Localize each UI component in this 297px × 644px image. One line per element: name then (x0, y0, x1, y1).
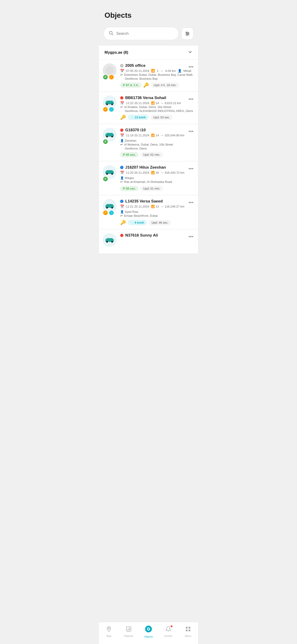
events-icon (165, 626, 171, 634)
signal-icon: 📶 (151, 69, 155, 72)
avatar: 🔑 → (103, 199, 118, 216)
object-name: 2005 office (125, 63, 146, 68)
svg-rect-27 (106, 238, 113, 240)
chevron-down-icon (188, 50, 192, 55)
list-item[interactable]: P G18370 i10 📅 11:19 20.11.2024 📶 14 ↔ 3… (99, 124, 198, 161)
svg-point-5 (186, 32, 187, 33)
search-icon (108, 30, 114, 36)
svg-rect-38 (186, 627, 188, 628)
svg-rect-19 (106, 170, 113, 172)
badge-parking: P (103, 139, 108, 144)
svg-point-13 (112, 104, 113, 105)
nav-item-map[interactable]: Map (99, 625, 119, 639)
route-icon: ⇌ (120, 214, 123, 218)
object-name: G18370 i10 (125, 128, 146, 132)
svg-point-7 (186, 34, 188, 35)
svg-point-29 (112, 241, 113, 243)
status-dot-gray (120, 64, 124, 67)
status-dot-red (120, 96, 124, 100)
upd-badge: Upd: 03 sec. (150, 115, 173, 120)
more-button[interactable]: ••• (188, 165, 194, 172)
nav-item-events[interactable]: Events (158, 625, 178, 639)
nav-item-objects[interactable]: Objects (138, 624, 158, 640)
svg-rect-40 (186, 630, 188, 631)
geofence-text: Geofence: Business Bay (120, 77, 194, 80)
parking-icon: P (123, 84, 125, 87)
object-name: J16207 Hilux Zeeshan (125, 165, 166, 170)
bottom-nav: Map Reports Objects (99, 622, 198, 644)
svg-point-17 (112, 136, 113, 138)
list-item[interactable]: P J16207 Hilux Zeeshan 📅 11:20 20.11.202… (99, 162, 198, 195)
key-icon: 🔑 (120, 220, 126, 225)
search-section (99, 23, 198, 44)
page-header: Objects (99, 0, 198, 23)
filter-button[interactable] (182, 28, 194, 40)
svg-point-21 (112, 173, 113, 175)
objects-icon (145, 625, 152, 634)
svg-point-16 (106, 136, 108, 138)
more-button[interactable]: ••• (188, 233, 194, 240)
map-icon (106, 626, 112, 634)
svg-point-25 (112, 207, 113, 209)
calendar-icon: 📅 (120, 101, 124, 105)
avatar: 🔑 → (103, 96, 118, 112)
route-icon: ⇌ (120, 105, 123, 109)
svg-rect-15 (106, 133, 113, 135)
object-name: N37616 Sunny Ali (125, 233, 158, 238)
upd-badge: Upd: 4 h. 16 min. (151, 82, 179, 88)
calendar-icon: 📅 (120, 69, 124, 72)
more-button[interactable]: ••• (188, 199, 194, 206)
more-button[interactable]: ••• (188, 96, 194, 103)
speed-badge: → 13 km/h (128, 114, 148, 120)
route-icon: ⇌ (120, 73, 123, 76)
badge-parking: P (103, 176, 108, 182)
nav-item-menu[interactable]: Menu (178, 625, 198, 639)
svg-rect-23 (106, 204, 113, 206)
list-item[interactable]: N37616 Sunny Ali ••• (99, 230, 198, 254)
list-item[interactable]: 🔑 → BB61736 Versa Sohail 📅 11:22 20.11.2… (99, 92, 198, 124)
list-item[interactable]: 🔑 → L14235 Versa Saeed 📅 11:21 20.11.202… (99, 195, 198, 229)
speed-badge: → 6 km/h (128, 220, 147, 225)
status-dot-blue (120, 200, 124, 203)
list-item[interactable]: 📍 P ✓ 2005 office 📅 07:05 20.11.2024 📶 (99, 60, 198, 92)
parking-p-icon: P (123, 153, 125, 156)
route-icon: ⇌ (120, 143, 123, 146)
reports-icon (126, 626, 132, 634)
avatar (103, 233, 118, 250)
upd-badge: Upd: 01 min. (140, 186, 163, 191)
svg-rect-11 (106, 101, 113, 103)
menu-icon (185, 626, 191, 634)
svg-point-30 (108, 628, 109, 629)
svg-point-28 (106, 241, 108, 243)
group-header[interactable]: Mygps.ae (8) (99, 46, 198, 60)
nav-item-reports[interactable]: Reports (119, 625, 138, 639)
avatar: 📍 P ✓ (103, 63, 118, 80)
route-icon: ⇌ (120, 180, 123, 184)
svg-point-20 (106, 173, 108, 175)
driver-icon: 👤 (178, 69, 182, 72)
status-dot-red (120, 128, 124, 132)
nav-label-map: Map (106, 634, 111, 637)
status-dot-red (120, 234, 124, 237)
search-input[interactable] (116, 31, 174, 36)
nav-label-reports: Reports (124, 634, 133, 637)
page-title: Objects (104, 11, 192, 20)
meta-row: 📅 07:05 20.11.2024 📶 1 ↔ 4.04 km 👤 Mihai… (120, 69, 194, 72)
badge-parking: P (103, 74, 108, 80)
geofence-text: Geofence: ALKHABAISI INDUSTRIAL AREA, De… (120, 109, 194, 113)
nav-label-objects: Objects (144, 635, 153, 638)
group-title: Mygps.ae (8) (104, 50, 128, 55)
status-dot-blue (120, 166, 124, 169)
avatar: P (103, 165, 118, 182)
events-badge (170, 625, 173, 628)
key-icon: 🔑 (120, 114, 126, 120)
more-button[interactable]: ••• (188, 63, 194, 70)
svg-point-24 (106, 207, 108, 209)
parking-badge: P 00 sec. (120, 152, 138, 157)
svg-point-12 (106, 104, 108, 105)
avatar: P (103, 128, 118, 144)
more-button[interactable]: ••• (188, 128, 194, 135)
nav-label-events: Events (164, 634, 172, 637)
upd-badge: Upd: 46 sec. (149, 220, 171, 225)
badge-check: ✓ (109, 74, 114, 80)
